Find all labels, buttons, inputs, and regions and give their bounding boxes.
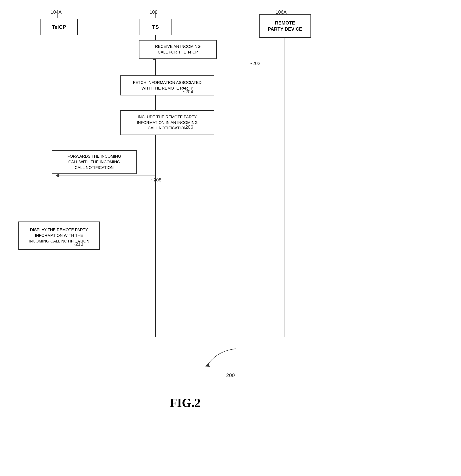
diagram-container: 104A 102 106A TelCP TS REMOTEPARTY DEVIC… [0,0,461,476]
fig-label: FIG.2 [170,396,201,410]
box-receive: RECEIVE AN INCOMINGCALL FOR THE TelCP [139,40,217,59]
entity-rpd: REMOTEPARTY DEVICE [259,14,311,38]
ref-104a: 104A [51,9,62,15]
entity-telcp: TelCP [40,19,78,35]
ref-label-200: 200 [226,372,235,378]
ref-102: 102 [150,9,157,15]
ref-label-202: ~202 [250,61,260,66]
svg-marker-0 [205,363,210,367]
entity-ts: TS [139,19,172,35]
ref-104a-tick [58,11,58,18]
box-include: INCLUDE THE REMOTE PARTYINFORMATION IN A… [120,110,214,135]
arrow-208-head [56,174,59,178]
ref-label-210: ~210 [73,242,83,247]
ref-label-204: ~204 [183,89,193,94]
ref-label-206: ~206 [183,124,193,130]
lifeline-telcp [59,35,59,337]
box-display: DISPLAY THE REMOTE PARTYINFORMATION WITH… [18,221,100,250]
arrow-208-line [59,176,155,176]
box-forwards: FORWARDS THE INCOMINGCALL WITH THE INCOM… [52,150,137,174]
ref-label-208: ~208 [151,177,161,183]
box-fetch: FETCH INFORMATION ASSOCIATEDWITH THE REM… [120,75,214,95]
curve-arrow-200 [198,344,245,375]
arrow-202-line [155,59,285,60]
lifeline-rpd [285,38,285,337]
ref-102-tick [155,11,156,18]
